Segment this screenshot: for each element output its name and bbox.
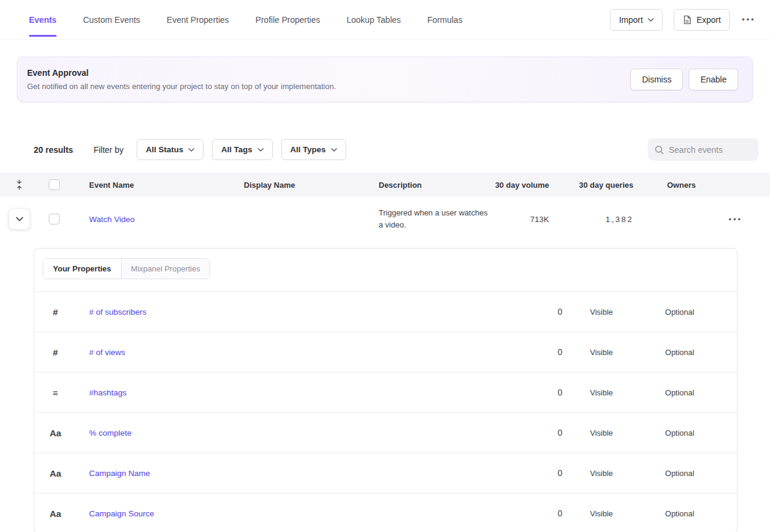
- properties-panel: Your Properties Mixpanel Properties # # …: [34, 248, 737, 532]
- column-owners: Owners: [638, 181, 770, 190]
- tab-events[interactable]: Events: [29, 11, 57, 28]
- properties-tab-control: Your Properties Mixpanel Properties: [43, 258, 210, 279]
- chevron-down-icon: [188, 148, 194, 152]
- banner-title: Event Approval: [27, 68, 336, 78]
- text-icon: Aa: [49, 428, 61, 438]
- chevron-down-icon: [648, 18, 654, 22]
- column-display-name: Display Name: [244, 181, 379, 190]
- event-approval-banner: Event Approval Get notified on all new e…: [17, 57, 753, 102]
- export-button[interactable]: Export: [674, 9, 730, 31]
- tab-event-properties[interactable]: Event Properties: [167, 11, 229, 28]
- banner-actions: Dismiss Enable: [630, 69, 738, 90]
- property-row: Aa Campaign Source 0 Visible Optional: [34, 493, 737, 532]
- import-label: Import: [619, 15, 643, 25]
- chevron-down-icon: [16, 217, 23, 221]
- search-input[interactable]: [669, 145, 752, 155]
- filter-by-label: Filter by: [93, 145, 123, 155]
- properties-tab-bar: Your Properties Mixpanel Properties: [34, 249, 737, 291]
- property-visibility: Visible: [562, 469, 641, 478]
- export-csv-icon: [683, 15, 692, 25]
- export-label: Export: [697, 15, 721, 25]
- dismiss-button[interactable]: Dismiss: [630, 69, 683, 90]
- column-30-day-volume: 30 day volume: [494, 181, 554, 190]
- table-header: Event Name Display Name Description 30 d…: [0, 173, 770, 197]
- event-name-link[interactable]: Watch Video: [89, 215, 135, 224]
- property-row: # # of views 0 Visible Optional: [34, 332, 737, 372]
- event-30-day-queries: 1,382: [554, 215, 638, 224]
- property-requirement: Optional: [641, 388, 719, 397]
- collapse-row-button[interactable]: [8, 208, 30, 230]
- property-count: 0: [490, 388, 562, 397]
- property-name-link[interactable]: # of views: [89, 348, 125, 357]
- text-icon: Aa: [49, 509, 61, 519]
- property-visibility: Visible: [562, 388, 641, 397]
- filters-bar: 20 results Filter by All Status All Tags…: [34, 138, 759, 161]
- top-navigation: Events Custom Events Event Properties Pr…: [0, 0, 770, 40]
- event-row: Watch Video Triggered when a user watche…: [0, 197, 770, 241]
- property-requirement: Optional: [641, 348, 719, 357]
- property-count: 0: [490, 428, 562, 438]
- row-checkbox[interactable]: [49, 214, 60, 224]
- nav-tabs: Events Custom Events Event Properties Pr…: [29, 11, 462, 28]
- tab-profile-properties[interactable]: Profile Properties: [255, 11, 320, 28]
- property-name-link[interactable]: # of subscribers: [89, 308, 146, 317]
- select-all-checkbox[interactable]: [49, 179, 60, 190]
- types-filter-label: All Types: [290, 145, 326, 154]
- property-name-link[interactable]: Campaign Name: [89, 469, 150, 478]
- types-filter-dropdown[interactable]: All Types: [281, 139, 346, 160]
- property-requirement: Optional: [641, 428, 719, 438]
- results-count: 20 results: [34, 145, 73, 155]
- property-row: ≡ #hashtags 0 Visible Optional: [34, 372, 737, 412]
- property-count: 0: [490, 307, 562, 317]
- banner-text: Event Approval Get notified on all new e…: [27, 68, 336, 91]
- property-requirement: Optional: [641, 308, 719, 317]
- column-event-name: Event Name: [70, 181, 244, 190]
- number-icon: #: [53, 347, 58, 357]
- property-row: # # of subscribers 0 Visible Optional: [34, 291, 737, 332]
- property-visibility: Visible: [562, 308, 641, 317]
- text-icon: Aa: [49, 468, 61, 478]
- collapse-all-icon[interactable]: [15, 179, 23, 190]
- property-requirement: Optional: [641, 509, 719, 518]
- tags-filter-label: All Tags: [221, 145, 252, 154]
- list-icon: ≡: [53, 388, 58, 398]
- property-row: Aa Campaign Name 0 Visible Optional: [34, 453, 737, 493]
- property-count: 0: [490, 468, 562, 478]
- property-count: 0: [490, 509, 562, 518]
- tab-formulas[interactable]: Formulas: [427, 11, 462, 28]
- column-30-day-queries: 30 day queries: [554, 181, 638, 190]
- chevron-down-icon: [258, 148, 264, 152]
- import-button[interactable]: Import: [610, 9, 663, 31]
- event-30-day-volume: 713K: [494, 215, 554, 224]
- property-name-link[interactable]: #hashtags: [89, 388, 126, 397]
- number-icon: #: [53, 307, 58, 317]
- chevron-down-icon: [331, 148, 337, 152]
- tags-filter-dropdown[interactable]: All Tags: [212, 139, 273, 160]
- property-visibility: Visible: [562, 509, 641, 518]
- nav-actions: Import Export •••: [610, 9, 757, 31]
- property-name-link[interactable]: Campaign Source: [89, 509, 154, 518]
- nav-more-button[interactable]: •••: [741, 13, 757, 26]
- tab-your-properties[interactable]: Your Properties: [43, 259, 121, 279]
- status-filter-dropdown[interactable]: All Status: [137, 139, 203, 160]
- property-row: Aa % complete 0 Visible Optional: [34, 412, 737, 453]
- search-events[interactable]: [648, 138, 759, 161]
- tab-mixpanel-properties[interactable]: Mixpanel Properties: [121, 259, 210, 279]
- tab-lookup-tables[interactable]: Lookup Tables: [347, 11, 401, 28]
- search-icon: [654, 145, 664, 155]
- property-name-link[interactable]: % complete: [89, 428, 132, 438]
- enable-button[interactable]: Enable: [689, 69, 738, 90]
- property-count: 0: [490, 347, 562, 357]
- property-requirement: Optional: [641, 469, 719, 478]
- tab-custom-events[interactable]: Custom Events: [83, 11, 140, 28]
- status-filter-label: All Status: [146, 145, 183, 154]
- banner-description: Get notified on all new events entering …: [27, 82, 336, 91]
- property-visibility: Visible: [562, 348, 641, 357]
- event-description: Triggered when a user watches a video.: [379, 207, 494, 231]
- row-more-button[interactable]: •••: [727, 212, 744, 226]
- column-description: Description: [379, 181, 494, 190]
- property-visibility: Visible: [562, 428, 641, 438]
